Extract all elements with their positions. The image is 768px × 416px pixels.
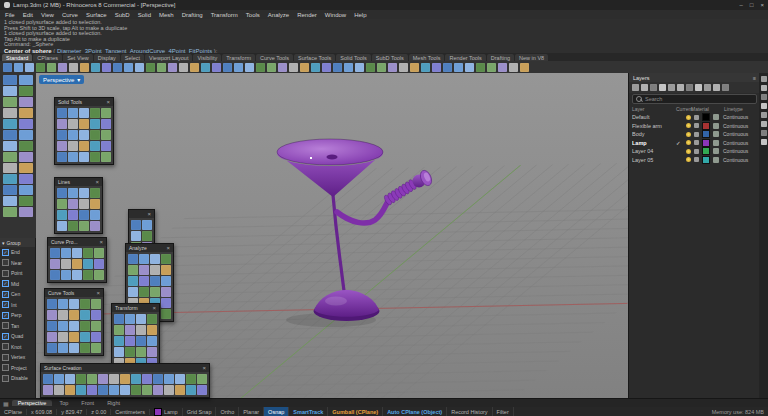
lock-icon[interactable] xyxy=(694,132,699,137)
tool-icon[interactable] xyxy=(3,108,17,118)
tool-icon[interactable] xyxy=(65,385,75,395)
tool-icon[interactable] xyxy=(19,75,33,85)
tool-icon[interactable] xyxy=(344,63,353,72)
tool-icon[interactable] xyxy=(223,63,232,72)
tool-icon[interactable] xyxy=(47,310,57,320)
tool-icon[interactable] xyxy=(58,343,68,353)
palette-title-bar[interactable]: Surface Creation × xyxy=(41,364,209,372)
lock-icon[interactable] xyxy=(694,123,699,128)
viewport-tab-front[interactable]: Front xyxy=(75,400,100,406)
tool-icon[interactable] xyxy=(80,321,90,331)
menu-item-drafting[interactable]: Drafting xyxy=(182,12,203,18)
tool-icon[interactable] xyxy=(120,374,130,384)
tool-icon[interactable] xyxy=(761,103,767,109)
tool-icon[interactable] xyxy=(139,265,149,275)
tool-icon[interactable] xyxy=(3,63,12,72)
tool-icon[interactable] xyxy=(147,347,157,357)
close-icon[interactable]: × xyxy=(143,211,151,217)
tool-icon[interactable] xyxy=(147,314,157,324)
material-swatch[interactable] xyxy=(713,123,719,129)
tool-icon[interactable] xyxy=(57,210,67,220)
status-auto-cplane-object-[interactable]: Auto CPlane (Object) xyxy=(383,407,447,416)
tool-icon[interactable] xyxy=(256,63,265,72)
checkbox[interactable] xyxy=(2,354,9,361)
menu-item-file[interactable]: File xyxy=(5,12,15,18)
tool-icon[interactable] xyxy=(50,259,60,269)
panel-menu-icon[interactable]: ≡ xyxy=(753,75,756,81)
lightbulb-icon[interactable] xyxy=(686,149,691,154)
tool-icon[interactable] xyxy=(47,321,57,331)
layer-row[interactable]: Lamp✓Continuous xyxy=(629,139,760,148)
material-swatch[interactable] xyxy=(713,131,719,137)
tool-icon[interactable] xyxy=(101,152,111,162)
tool-icon[interactable] xyxy=(58,63,67,72)
tool-icon[interactable] xyxy=(125,347,135,357)
tool-icon[interactable] xyxy=(3,86,17,96)
tool-icon[interactable] xyxy=(136,347,146,357)
tool-icon[interactable] xyxy=(69,332,79,342)
tool-icon[interactable] xyxy=(36,63,45,72)
osnap-cen[interactable]: ✓Cen xyxy=(0,289,35,300)
lamp-coil[interactable] xyxy=(383,179,418,206)
lock-icon[interactable] xyxy=(694,140,699,145)
tool-icon[interactable] xyxy=(161,298,171,308)
tool-icon[interactable] xyxy=(19,119,33,129)
toolbar-tab-select[interactable]: Select xyxy=(121,54,144,61)
tool-icon[interactable] xyxy=(509,63,518,72)
toolbar-tab-subd-tools[interactable]: SubD Tools xyxy=(372,54,408,61)
tool-icon[interactable] xyxy=(150,254,160,264)
checkbox[interactable] xyxy=(2,343,9,350)
checkbox[interactable] xyxy=(2,322,9,329)
tool-icon[interactable] xyxy=(465,63,474,72)
tool-icon[interactable] xyxy=(19,152,33,162)
tool-icon[interactable] xyxy=(128,265,138,275)
tool-icon[interactable] xyxy=(114,336,124,346)
tool-icon[interactable] xyxy=(3,97,17,107)
tool-icon[interactable] xyxy=(476,63,485,72)
tool-icon[interactable] xyxy=(128,287,138,297)
tool-icon[interactable] xyxy=(139,254,149,264)
tool-icon[interactable] xyxy=(19,163,33,173)
tool-icon[interactable] xyxy=(114,314,124,324)
tool-icon[interactable] xyxy=(90,152,100,162)
tool-icon[interactable] xyxy=(90,108,100,118)
tool-icon[interactable] xyxy=(164,374,174,384)
tool-icon[interactable] xyxy=(79,141,89,151)
tool-icon[interactable] xyxy=(58,310,68,320)
grid-icon[interactable]: ▦ xyxy=(3,400,9,407)
osnap-mid[interactable]: ✓Mid xyxy=(0,279,35,290)
tool-icon[interactable] xyxy=(650,84,657,91)
osnap-disable[interactable]: Disable xyxy=(0,373,35,384)
tool-icon[interactable] xyxy=(43,374,53,384)
tool-icon[interactable] xyxy=(54,374,64,384)
checkbox[interactable]: ✓ xyxy=(2,249,9,256)
tool-icon[interactable] xyxy=(76,374,86,384)
tool-icon[interactable] xyxy=(164,385,174,395)
tool-icon[interactable] xyxy=(57,199,67,209)
tool-icon[interactable] xyxy=(3,141,17,151)
tool-icon[interactable] xyxy=(197,385,207,395)
tool-icon[interactable] xyxy=(3,75,17,85)
tool-icon[interactable] xyxy=(175,374,185,384)
toolbar-tab-mesh-tools[interactable]: Mesh Tools xyxy=(409,54,445,61)
layer-row[interactable]: Flexible armContinuous xyxy=(629,122,760,131)
tool-icon[interactable] xyxy=(520,63,529,72)
tool-icon[interactable] xyxy=(410,63,419,72)
tool-icon[interactable] xyxy=(150,276,160,286)
viewport-label[interactable]: Perspective ▾ xyxy=(39,75,84,84)
lamp-arm[interactable] xyxy=(337,201,388,223)
tool-icon[interactable] xyxy=(761,139,767,145)
tool-icon[interactable] xyxy=(120,385,130,395)
tool-icon[interactable] xyxy=(289,63,298,72)
tool-icon[interactable] xyxy=(3,119,17,129)
tool-icon[interactable] xyxy=(72,248,82,258)
tool-icon[interactable] xyxy=(212,63,221,72)
tool-icon[interactable] xyxy=(234,63,243,72)
osnap-int[interactable]: ✓Int xyxy=(0,300,35,311)
tool-icon[interactable] xyxy=(186,374,196,384)
tool-icon[interactable] xyxy=(421,63,430,72)
palette-title-bar[interactable]: Analyze × xyxy=(126,244,173,252)
tool-icon[interactable] xyxy=(101,119,111,129)
toolbar-tab-viewport-layout[interactable]: Viewport Layout xyxy=(145,54,192,61)
tool-icon[interactable] xyxy=(125,336,135,346)
